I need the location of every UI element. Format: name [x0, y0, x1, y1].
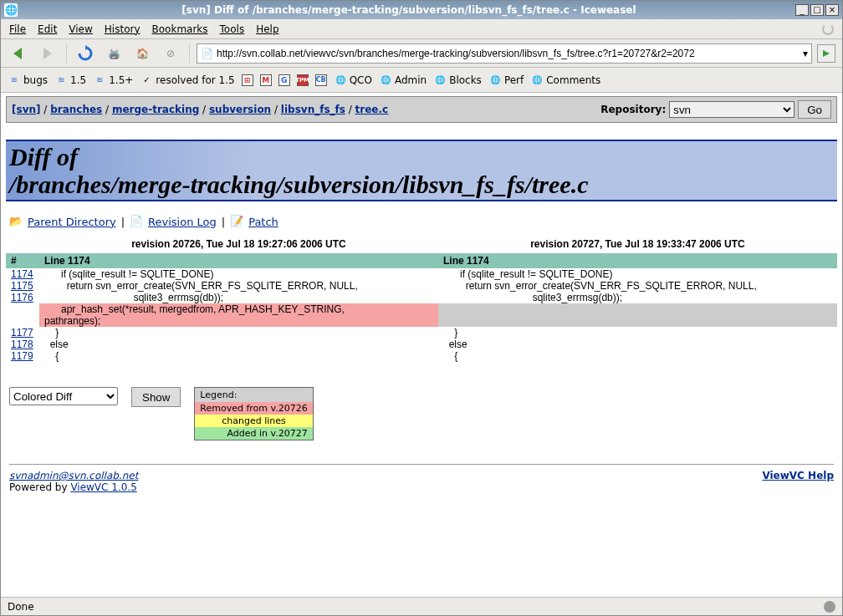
repo-go-button[interactable]: Go — [798, 100, 831, 119]
titlebar: 🌐 [svn] Diff of /branches/merge-tracking… — [1, 1, 842, 19]
bm-admin[interactable]: 🌐Admin — [379, 74, 427, 86]
bm-resolved[interactable]: ✓resolved for 1.5 — [140, 74, 234, 86]
legend: Legend: Removed from v.20726 changed lin… — [194, 387, 313, 440]
log-icon: 📄 — [130, 215, 143, 228]
table-row: 1175 return svn_error_create(SVN_ERR_FS_… — [6, 280, 837, 292]
statusbar: Done — [1, 597, 842, 615]
page-icon: 📄 — [201, 48, 213, 59]
line-link[interactable]: 1178 — [11, 339, 33, 350]
url-bar[interactable]: 📄 ▾ — [197, 43, 812, 64]
table-row: 1178 else else — [6, 339, 837, 350]
stop-button[interactable]: ⊘ — [159, 43, 182, 64]
repo-label: Repository: — [600, 104, 666, 115]
removed-row: apr_hash_set(*result, mergedfrom, APR_HA… — [6, 303, 837, 315]
legend-changed: changed lines — [195, 415, 312, 427]
page-heading: Diff of/branches/merge-tracking/subversi… — [6, 140, 837, 201]
table-row: 1176 sqlite3_errmsg(db)); sqlite3_errmsg… — [6, 292, 837, 303]
throbber-icon — [822, 23, 834, 35]
bm-cb[interactable]: CB — [315, 74, 327, 86]
crumb-branches[interactable]: branches — [50, 104, 102, 115]
crumb-subversion[interactable]: subversion — [209, 104, 271, 115]
bm-blocks[interactable]: 🌐Blocks — [433, 74, 482, 86]
status-text: Done — [8, 601, 34, 613]
crumb-tree-c[interactable]: tree.c — [355, 104, 389, 115]
print-button[interactable]: 🖨️ — [102, 43, 125, 64]
bm-gmail[interactable]: M — [260, 74, 272, 86]
rev-right-header: revision 20727, Tue Jul 18 19:33:47 2006… — [438, 235, 837, 253]
menu-tools[interactable]: Tools — [220, 23, 245, 35]
col-line-left: Line 1174 — [39, 253, 438, 268]
path-bar: [svn] / branches / merge-tracking / subv… — [6, 96, 837, 123]
bm-bugs[interactable]: ≋bugs — [8, 74, 48, 86]
bm-perf[interactable]: 🌐Perf — [488, 74, 524, 86]
url-input[interactable] — [217, 48, 800, 59]
footer-divider — [9, 464, 834, 465]
nav-toolbar: 🖨️ 🏠 ⊘ 📄 ▾ — [1, 39, 842, 68]
menu-bookmarks[interactable]: Bookmarks — [152, 23, 208, 35]
legend-title: Legend: — [195, 388, 312, 402]
app-icon: 🌐 — [4, 3, 18, 17]
bm-icon1[interactable]: ⊞ — [242, 74, 253, 86]
bookmarks-toolbar: ≋bugs ≋1.5 ≋1.5+ ✓resolved for 1.5 ⊞ M G… — [1, 68, 842, 93]
maximize-button[interactable]: □ — [810, 4, 824, 16]
removed-row: pathranges); — [6, 315, 837, 327]
diff-table: revision 20726, Tue Jul 18 19:27:06 2006… — [6, 235, 837, 362]
bm-qco[interactable]: 🌐QCO — [334, 74, 372, 86]
line-link[interactable]: 1179 — [11, 350, 33, 362]
admin-email-link[interactable]: svnadmin@svn.collab.net — [9, 470, 138, 481]
action-links: 📂 Parent Directory | 📄 Revision Log | 📝 … — [9, 215, 834, 228]
crumb-libsvn[interactable]: libsvn_fs_fs — [281, 104, 345, 115]
bm-comments[interactable]: 🌐Comments — [530, 74, 600, 86]
viewvc-help-link[interactable]: ViewVC Help — [762, 470, 834, 481]
rev-left-header: revision 20726, Tue Jul 18 19:27:06 2006… — [39, 235, 438, 253]
folder-up-icon: 📂 — [9, 215, 23, 228]
line-link[interactable]: 1176 — [11, 292, 33, 303]
diff-mode-select[interactable]: Colored Diff — [9, 387, 118, 405]
svg-marker-0 — [13, 48, 22, 59]
revision-log-link[interactable]: Revision Log — [148, 216, 217, 228]
parent-dir-link[interactable]: Parent Directory — [28, 216, 116, 228]
table-row: 1179 { { — [6, 350, 837, 362]
page-content: [svn] / branches / merge-tracking / subv… — [1, 93, 842, 597]
viewvc-link[interactable]: ViewVC 1.0.5 — [70, 481, 136, 493]
repo-select[interactable]: svn — [669, 101, 794, 118]
menubar: File Edit View History Bookmarks Tools H… — [1, 19, 842, 39]
heading-line1: Diff of — [9, 143, 78, 171]
col-hash: # — [6, 253, 39, 268]
go-button[interactable] — [817, 44, 835, 63]
diff-controls: Colored Diff Show Legend: Removed from v… — [9, 387, 834, 440]
svg-marker-1 — [43, 48, 52, 59]
bm-tpm[interactable]: TPM — [297, 74, 309, 86]
crumb-merge-tracking[interactable]: merge-tracking — [112, 104, 199, 115]
bm-15plus[interactable]: ≋1.5+ — [93, 74, 133, 86]
menu-history[interactable]: History — [105, 23, 140, 35]
table-row: 1177 } } — [6, 327, 837, 339]
home-button[interactable]: 🏠 — [130, 43, 154, 64]
menu-edit[interactable]: Edit — [38, 23, 57, 35]
breadcrumb: [svn] / branches / merge-tracking / subv… — [12, 104, 600, 115]
menu-help[interactable]: Help — [256, 23, 278, 35]
window-title: [svn] Diff of /branches/merge-tracking/s… — [23, 4, 795, 16]
powered-by-label: Powered by — [9, 481, 70, 493]
show-button[interactable]: Show — [131, 387, 181, 407]
minimize-button[interactable]: _ — [795, 4, 809, 16]
footer: svnadmin@svn.collab.net Powered by ViewV… — [9, 470, 834, 493]
back-button[interactable] — [8, 43, 31, 64]
line-link[interactable]: 1175 — [11, 280, 33, 292]
menu-view[interactable]: View — [69, 23, 92, 35]
patch-icon: 📝 — [230, 215, 243, 228]
close-button[interactable]: × — [825, 4, 839, 16]
patch-link[interactable]: Patch — [248, 216, 278, 228]
svg-marker-3 — [823, 50, 830, 57]
line-link[interactable]: 1177 — [11, 327, 33, 339]
forward-button[interactable] — [36, 43, 59, 64]
legend-removed: Removed from v.20726 — [195, 402, 312, 415]
crumb-root[interactable]: [svn] — [12, 104, 40, 115]
heading-line2: /branches/merge-tracking/subversion/libs… — [9, 171, 589, 198]
line-link[interactable]: 1174 — [11, 268, 33, 280]
reload-button[interactable] — [74, 43, 97, 64]
dropdown-icon[interactable]: ▾ — [803, 48, 808, 59]
menu-file[interactable]: File — [9, 23, 26, 35]
bm-15[interactable]: ≋1.5 — [54, 74, 86, 86]
bm-google[interactable]: G — [278, 74, 290, 86]
